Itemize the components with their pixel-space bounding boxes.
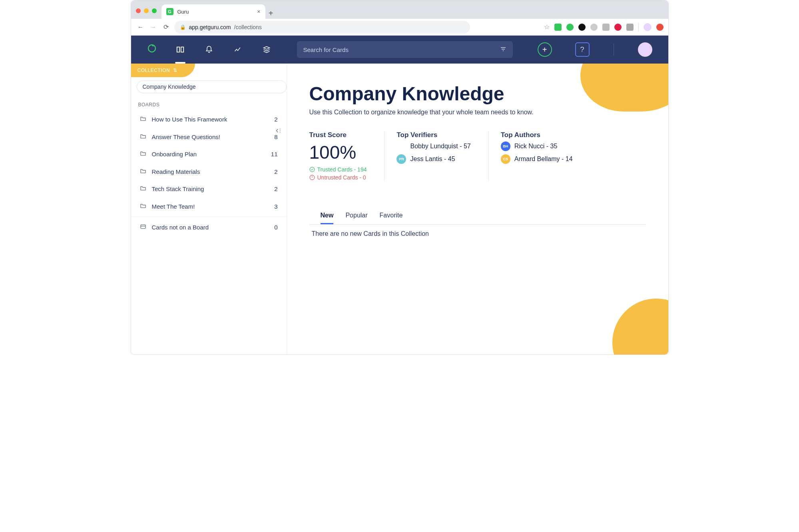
main-content: Company Knowledge Use this Collection to… [287, 64, 668, 355]
avatar-initials: BH [501, 141, 510, 151]
top-authors-section: Top Authors BH Rick Nucci - 35 CS Armard… [501, 131, 590, 181]
avatar-initials: PR [397, 154, 406, 164]
board-item[interactable]: Tech Stack Training 2 [131, 180, 287, 198]
tabs-bar: New Popular Favorite [309, 209, 646, 225]
avatar-initials: BH [397, 141, 406, 151]
page-subtitle: Use this Collection to organize knowledg… [309, 109, 646, 116]
collapse-sidebar-icon[interactable] [275, 128, 281, 135]
close-tab-icon[interactable]: × [257, 8, 260, 15]
author-row[interactable]: BH Rick Nucci - 35 [501, 141, 573, 151]
lock-icon: 🔒 [180, 24, 186, 30]
svg-rect-1 [141, 225, 145, 229]
extension-grammarly-icon[interactable] [566, 24, 574, 31]
url-path: /collections [234, 24, 262, 30]
nav-bell-icon[interactable] [204, 44, 214, 55]
reload-icon[interactable]: ⟳ [161, 23, 171, 31]
verifiers-heading: Top Verifiers [397, 131, 470, 139]
authors-heading: Top Authors [501, 131, 573, 139]
board-item[interactable]: How to Use This Framework 2 [131, 111, 287, 128]
extension-icon[interactable] [656, 24, 664, 31]
tab-title: Guru [177, 9, 189, 15]
sidebar: COLLECTION ⇅ Company Knowledge BOARDS Ho… [131, 64, 287, 355]
decorative-blob [612, 299, 668, 355]
folder-icon [140, 185, 146, 193]
verifier-row[interactable]: PR Jess Lantis - 45 [397, 154, 470, 164]
extension-camera-icon[interactable] [626, 24, 634, 31]
guru-logo[interactable] [147, 44, 157, 56]
back-icon[interactable]: ← [136, 24, 145, 31]
url-domain: app.getguru.com [189, 24, 231, 30]
browser-toolbar: ← → ⟳ 🔒 app.getguru.com/collections ☆ [131, 19, 668, 36]
collection-pill[interactable]: Company Knowledge [137, 80, 287, 93]
nav-analytics-icon[interactable] [233, 44, 243, 55]
trust-score-section: Trust Score 100% Trusted Cards - 194 Unt… [309, 131, 385, 181]
folder-icon [140, 168, 146, 175]
new-tab-button[interactable]: + [265, 8, 277, 19]
browser-tab[interactable]: G Guru × [161, 4, 265, 19]
extension-guru-icon[interactable] [554, 24, 562, 31]
window-max[interactable] [152, 8, 157, 13]
browser-titlebar: G Guru × + [131, 0, 668, 19]
cards-not-on-board[interactable]: Cards not on a Board 0 [131, 219, 287, 236]
app-header: Search for Cards + ? [131, 36, 668, 64]
top-verifiers-section: Top Verifiers BH Bobby Lundquist - 57 PR… [397, 131, 488, 181]
folder-icon [140, 133, 146, 141]
boards-label: BOARDS [131, 93, 287, 111]
tab-popular[interactable]: Popular [345, 209, 367, 224]
board-item[interactable]: Meet The Team! 3 [131, 198, 287, 215]
sort-icon[interactable]: ⇅ [173, 68, 177, 73]
collection-header[interactable]: COLLECTION ⇅ [131, 64, 195, 77]
profile-avatar-small[interactable] [644, 23, 652, 31]
untrusted-cards-row[interactable]: Untrusted Cards - 0 [309, 174, 367, 181]
filter-icon[interactable] [500, 46, 506, 54]
trusted-cards-row[interactable]: Trusted Cards - 194 [309, 166, 367, 173]
add-button[interactable]: + [538, 42, 552, 57]
extension-icon[interactable] [578, 24, 586, 31]
board-item[interactable]: Reading Materials 2 [131, 163, 287, 181]
card-icon [140, 223, 146, 231]
help-button[interactable]: ? [575, 42, 590, 57]
empty-state-text: There are no new Cards in this Collectio… [309, 225, 646, 243]
extension-icon[interactable] [614, 24, 622, 31]
board-item[interactable]: Answer These Questions! 8 [131, 128, 287, 146]
tab-new[interactable]: New [321, 209, 334, 224]
folder-icon [140, 116, 146, 123]
board-item[interactable]: Onboarding Plan 11 [131, 145, 287, 163]
collection-header-label: COLLECTION [137, 68, 170, 73]
search-input[interactable]: Search for Cards [297, 41, 513, 58]
extension-icon[interactable] [590, 24, 598, 31]
trust-heading: Trust Score [309, 131, 367, 139]
trust-score-value: 100% [309, 141, 367, 163]
avatar-initials: CS [501, 154, 510, 164]
nav-book-icon[interactable] [175, 44, 185, 55]
folder-icon [140, 150, 146, 158]
address-bar[interactable]: 🔒 app.getguru.com/collections [174, 21, 470, 34]
forward-icon: → [149, 24, 158, 31]
window-min[interactable] [144, 8, 149, 13]
user-avatar[interactable] [638, 42, 652, 57]
extension-icon[interactable] [602, 24, 610, 31]
guru-favicon: G [166, 8, 173, 15]
window-close[interactable] [136, 8, 141, 13]
bookmark-star-icon[interactable]: ☆ [544, 23, 550, 31]
folder-icon [140, 203, 146, 210]
svg-point-2 [310, 167, 315, 172]
verifier-row[interactable]: BH Bobby Lundquist - 57 [397, 141, 470, 151]
tab-favorite[interactable]: Favorite [380, 209, 403, 224]
nav-stack-icon[interactable] [261, 44, 272, 55]
svg-point-0 [148, 45, 155, 52]
search-placeholder: Search for Cards [303, 46, 349, 53]
author-row[interactable]: CS Armard Bellamy - 14 [501, 154, 573, 164]
